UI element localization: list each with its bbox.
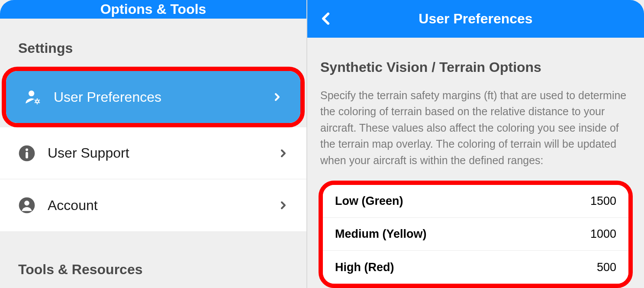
terrain-row-medium[interactable]: Medium (Yellow) 1000 xyxy=(323,218,628,251)
section-header-tools: Tools & Resources xyxy=(0,231,306,288)
highlight-annotation: User Preferences xyxy=(2,67,305,127)
right-header-title: User Preferences xyxy=(307,11,644,27)
terrain-row-label: High (Red) xyxy=(335,261,394,274)
sidebar-item-user-support[interactable]: User Support xyxy=(0,127,306,179)
chevron-right-icon xyxy=(278,148,288,159)
svg-point-1 xyxy=(36,100,39,103)
svg-point-3 xyxy=(26,148,28,151)
right-pane: User Preferences Synthetic Vision / Terr… xyxy=(307,0,644,288)
sidebar-item-label: Account xyxy=(35,197,278,214)
right-header: User Preferences xyxy=(307,0,644,38)
svg-point-6 xyxy=(24,201,29,206)
user-gear-icon xyxy=(24,88,42,106)
terrain-row-high[interactable]: High (Red) 500 xyxy=(323,251,628,284)
terrain-row-low[interactable]: Low (Green) 1500 xyxy=(323,185,628,218)
content-title: Synthetic Vision / Terrain Options xyxy=(320,59,631,75)
sidebar-item-account[interactable]: Account xyxy=(0,179,306,231)
terrain-row-value: 500 xyxy=(597,261,616,274)
highlight-annotation: Low (Green) 1500 Medium (Yellow) 1000 Hi… xyxy=(319,181,633,288)
right-content: Synthetic Vision / Terrain Options Speci… xyxy=(307,38,644,288)
terrain-row-value: 1500 xyxy=(590,194,616,208)
terrain-row-label: Low (Green) xyxy=(335,194,403,208)
settings-list: User Preferences User Support xyxy=(0,67,306,231)
left-pane: Options & Tools Settings User Preference… xyxy=(0,0,307,288)
account-icon xyxy=(18,197,35,214)
terrain-row-label: Medium (Yellow) xyxy=(335,227,427,241)
left-header-title: Options & Tools xyxy=(100,1,206,17)
svg-rect-4 xyxy=(26,152,28,158)
chevron-right-icon xyxy=(272,92,282,102)
left-header: Options & Tools xyxy=(0,0,306,19)
sidebar-item-label: User Preferences xyxy=(42,89,272,105)
back-button[interactable] xyxy=(318,10,335,27)
svg-point-0 xyxy=(29,91,34,96)
section-header-settings: Settings xyxy=(0,19,306,67)
chevron-right-icon xyxy=(278,200,288,210)
terrain-row-value: 1000 xyxy=(590,227,616,241)
info-icon xyxy=(18,145,35,162)
content-description: Specify the terrain safety margins (ft) … xyxy=(320,87,631,169)
sidebar-item-label: User Support xyxy=(35,145,278,161)
sidebar-item-user-preferences[interactable]: User Preferences xyxy=(6,71,300,123)
